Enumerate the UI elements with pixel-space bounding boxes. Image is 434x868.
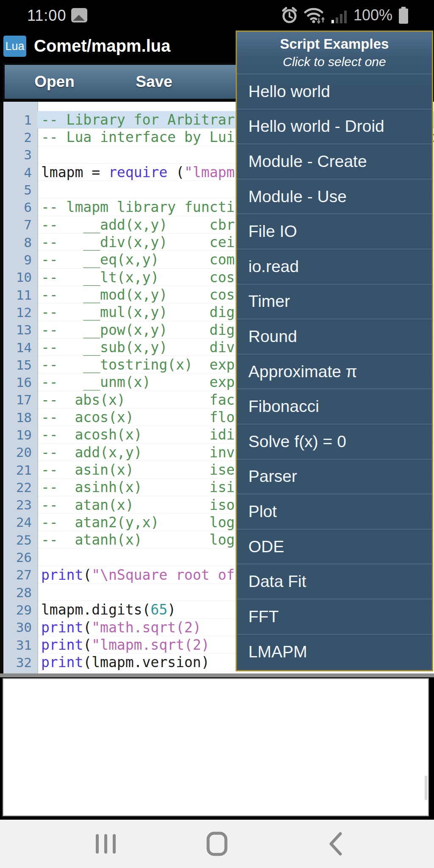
line-number: 25 [3,532,37,548]
script-example-item[interactable]: Module - Use [237,179,432,214]
line-number: 14 [3,340,37,355]
script-example-item[interactable]: File IO [237,214,432,249]
line-number: 22 [3,480,37,495]
line-number: 11 [3,287,37,303]
signal-icon [331,6,348,24]
status-bar: 11:00 100% [0,0,434,26]
wifi-icon [303,6,326,24]
picture-notification-icon [71,8,87,22]
script-examples-list: Hello worldHello world - DroidModule - C… [237,74,432,669]
output-panel[interactable] [3,678,429,816]
line-number: 10 [3,270,37,285]
line-number: 12 [3,305,37,320]
line-number: 24 [3,515,37,530]
popup-title: Script Examples [237,36,432,52]
recents-icon[interactable] [95,833,117,854]
line-number: 16 [3,375,37,390]
splitter-handle[interactable] [0,673,434,677]
page-title: Comet/mapm.lua [34,36,170,56]
script-example-item[interactable]: Round [237,319,432,354]
home-icon[interactable] [206,832,228,856]
line-number: 1 [3,112,37,128]
script-example-item[interactable]: LMAPM [237,634,432,670]
script-example-item[interactable]: ODE [237,529,432,565]
line-number: 31 [3,637,37,653]
line-number: 29 [3,602,37,618]
script-example-item[interactable]: FFT [237,599,432,634]
line-number: 17 [3,392,37,407]
script-examples-popup: Script Examples Click to select one Hell… [236,31,433,671]
popup-subtitle: Click to select one [237,55,432,69]
battery-percent: 100% [353,6,392,24]
script-example-item[interactable]: Approximate π [237,354,432,389]
open-button[interactable]: Open [5,65,104,99]
line-number: 5 [3,182,37,198]
line-number: 30 [3,620,37,635]
back-icon[interactable] [328,832,343,856]
output-scrollbar[interactable] [425,776,427,800]
line-number: 2 [3,130,37,145]
line-number: 20 [3,445,37,460]
script-example-item[interactable]: Hello world - Droid [237,109,432,145]
script-example-item[interactable]: Plot [237,494,432,529]
line-number: 15 [3,357,37,373]
line-number: 4 [3,165,37,180]
lua-app-icon: Lua [3,36,26,57]
line-number: 26 [3,550,37,565]
line-number: 28 [3,585,37,600]
line-number: 18 [3,410,37,425]
script-example-item[interactable]: io.read [237,249,432,284]
line-number: 19 [3,427,37,442]
script-example-item[interactable]: Parser [237,459,432,495]
line-number: 9 [3,252,37,267]
alarm-icon [281,6,298,24]
save-button[interactable]: Save [104,65,204,99]
line-number: 8 [3,235,37,250]
script-example-item[interactable]: Hello world [237,74,432,109]
line-number: 23 [3,497,37,512]
line-number: 3 [3,147,37,162]
line-number: 13 [3,322,37,337]
script-example-item[interactable]: Data Fit [237,564,432,599]
line-number: 6 [3,200,37,215]
popup-header: Script Examples Click to select one [237,32,432,74]
line-number: 21 [3,462,37,478]
line-number: 7 [3,217,37,232]
navigation-bar [0,820,434,868]
script-example-item[interactable]: Solve f(x) = 0 [237,424,432,459]
script-example-item[interactable]: Module - Create [237,144,432,179]
script-example-item[interactable]: Timer [237,284,432,320]
battery-icon [398,6,409,25]
line-number: 27 [3,567,37,582]
script-example-item[interactable]: Fibonacci [237,389,432,424]
line-number: 32 [3,655,37,670]
clock: 11:00 [27,7,66,25]
